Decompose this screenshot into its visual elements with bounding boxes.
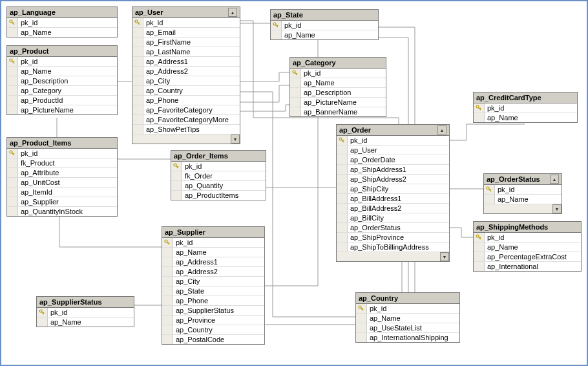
- column-row[interactable]: ap_ShowPetTips: [132, 124, 240, 134]
- scroll-down-icon[interactable]: ▼: [231, 135, 240, 144]
- column-row[interactable]: fk_Order: [171, 171, 266, 180]
- table-order[interactable]: ap_Order▲pk_idap_Userap_OrderDateap_Ship…: [336, 124, 450, 262]
- column-row[interactable]: ap_Province: [162, 315, 264, 325]
- table-state[interactable]: ap_Statepk_idap_Name: [270, 9, 379, 40]
- column-row[interactable]: pk_id: [484, 185, 562, 194]
- column-row[interactable]: ap_ShipAddress1: [337, 164, 449, 174]
- column-row[interactable]: ap_Email: [132, 27, 240, 37]
- column-row[interactable]: ap_QuantityInStock: [7, 206, 117, 216]
- column-row[interactable]: ap_PercentageExtraCost: [474, 252, 581, 261]
- column-row[interactable]: ap_Description: [7, 76, 117, 85]
- column-row[interactable]: ap_State: [162, 286, 264, 296]
- column-row[interactable]: pk_id: [474, 103, 577, 113]
- column-row[interactable]: pk_id: [7, 57, 117, 66]
- column-row[interactable]: ap_ProductItems: [171, 190, 266, 200]
- column-row[interactable]: ap_Name: [290, 78, 386, 87]
- column-row[interactable]: ap_InternationalShipping: [356, 332, 459, 342]
- table-title-bar[interactable]: ap_OrderStatus▲: [484, 174, 562, 185]
- column-row[interactable]: ap_OrderStatus: [337, 222, 449, 232]
- table-category[interactable]: ap_Categorypk_idap_Nameap_Descriptionap_…: [289, 57, 386, 117]
- column-row[interactable]: ap_Phone: [162, 296, 264, 305]
- column-row[interactable]: ap_Name: [7, 66, 117, 76]
- column-row[interactable]: ap_City: [132, 76, 240, 85]
- column-row[interactable]: ap_Quantity: [171, 180, 266, 190]
- column-row[interactable]: ap_OrderDate: [337, 155, 449, 164]
- column-row[interactable]: pk_id: [356, 304, 459, 313]
- table-shipping[interactable]: ap_ShippingMethodspk_idap_Nameap_Percent…: [473, 221, 582, 272]
- column-row[interactable]: ap_Name: [271, 30, 378, 39]
- column-row[interactable]: ap_FirstName: [132, 37, 240, 47]
- column-row[interactable]: ap_FavoriteCategory: [132, 105, 240, 114]
- column-row[interactable]: ap_Phone: [132, 95, 240, 105]
- column-row[interactable]: ap_Category: [7, 85, 117, 95]
- column-row[interactable]: ap_ShipCity: [337, 184, 449, 193]
- column-row[interactable]: ap_Name: [356, 313, 459, 323]
- table-supplierstatus[interactable]: ap_SupplierStatuspk_idap_Name: [36, 296, 134, 327]
- table-product[interactable]: ap_Productpk_idap_Nameap_Descriptionap_C…: [6, 45, 118, 115]
- table-orderstatus[interactable]: ap_OrderStatus▲pk_idap_Name▼: [483, 173, 562, 214]
- table-title-bar[interactable]: ap_Language: [7, 7, 117, 18]
- column-row[interactable]: ap_BillAddress1: [337, 193, 449, 203]
- column-row[interactable]: ap_Name: [162, 247, 264, 257]
- table-title-bar[interactable]: ap_Product_Items: [7, 138, 117, 149]
- column-row[interactable]: pk_id: [132, 18, 240, 27]
- column-row[interactable]: ap_SupplierStatus: [162, 305, 264, 315]
- column-row[interactable]: ap_Attribute: [7, 167, 117, 177]
- table-title-bar[interactable]: ap_Order▲: [337, 125, 449, 136]
- column-row[interactable]: ap_ShipProvince: [337, 232, 449, 242]
- column-row[interactable]: ap_FavoriteCategoryMore: [132, 114, 240, 124]
- column-row[interactable]: ap_PictureName: [290, 97, 386, 107]
- column-row[interactable]: ap_International: [474, 261, 581, 271]
- column-row[interactable]: ap_LastName: [132, 47, 240, 56]
- column-row[interactable]: ap_ItemId: [7, 187, 117, 197]
- table-title-bar[interactable]: ap_ShippingMethods: [474, 222, 581, 233]
- column-row[interactable]: ap_User: [337, 145, 449, 155]
- column-row[interactable]: ap_Country: [132, 85, 240, 95]
- column-row[interactable]: ap_BillCity: [337, 213, 449, 222]
- column-row[interactable]: ap_UseStateList: [356, 323, 459, 332]
- column-row[interactable]: ap_ShipToBillingAddress: [337, 242, 449, 252]
- table-title-bar[interactable]: ap_User▲: [132, 7, 240, 18]
- column-row[interactable]: ap_BannerName: [290, 107, 386, 116]
- column-row[interactable]: pk_id: [162, 238, 264, 247]
- column-row[interactable]: ap_Description: [290, 87, 386, 97]
- table-creditcard[interactable]: ap_CreditCardTypepk_idap_Name: [473, 92, 578, 123]
- table-title-bar[interactable]: ap_SupplierStatus: [37, 297, 134, 308]
- column-row[interactable]: ap_UnitCost: [7, 177, 117, 187]
- column-row[interactable]: ap_Address2: [162, 266, 264, 276]
- column-row[interactable]: ap_ShipAddress2: [337, 174, 449, 184]
- column-row[interactable]: fk_Product: [7, 158, 117, 167]
- scroll-up-icon[interactable]: ▲: [550, 175, 559, 184]
- column-row[interactable]: pk_id: [7, 149, 117, 158]
- table-title-bar[interactable]: ap_Category: [290, 58, 386, 69]
- table-order_items[interactable]: ap_Order_Itemspk_idfk_Orderap_Quantityap…: [171, 150, 266, 200]
- column-row[interactable]: pk_id: [37, 308, 134, 317]
- column-row[interactable]: ap_ProductId: [7, 95, 117, 105]
- table-language[interactable]: ap_Languagepk_idap_Name: [6, 6, 118, 38]
- scroll-down-icon[interactable]: ▼: [552, 204, 562, 213]
- column-row[interactable]: ap_Address2: [132, 66, 240, 76]
- table-title-bar[interactable]: ap_CreditCardType: [474, 92, 577, 103]
- scroll-up-icon[interactable]: ▲: [228, 8, 237, 17]
- table-title-bar[interactable]: ap_Country: [356, 293, 459, 304]
- scroll-down-icon[interactable]: ▼: [440, 252, 449, 261]
- column-row[interactable]: ap_Name: [484, 194, 562, 204]
- column-row[interactable]: ap_BillAddress2: [337, 203, 449, 213]
- column-row[interactable]: ap_Supplier: [7, 197, 117, 206]
- column-row[interactable]: ap_Country: [162, 325, 264, 334]
- scroll-up-icon[interactable]: ▲: [437, 125, 446, 135]
- column-row[interactable]: pk_id: [7, 18, 117, 27]
- table-user[interactable]: ap_User▲pk_idap_Emailap_FirstNameap_Last…: [132, 6, 240, 144]
- column-row[interactable]: ap_Name: [474, 113, 577, 122]
- table-country[interactable]: ap_Countrypk_idap_Nameap_UseStateListap_…: [355, 292, 460, 343]
- column-row[interactable]: ap_PostalCode: [162, 334, 264, 344]
- column-row[interactable]: ap_Name: [7, 27, 117, 37]
- table-title-bar[interactable]: ap_Supplier: [162, 227, 264, 238]
- column-row[interactable]: pk_id: [337, 136, 449, 145]
- table-title-bar[interactable]: ap_State: [271, 10, 378, 21]
- column-row[interactable]: ap_Address1: [132, 56, 240, 66]
- column-row[interactable]: ap_Name: [37, 317, 134, 327]
- table-product_items[interactable]: ap_Product_Itemspk_idfk_Productap_Attrib…: [6, 137, 118, 217]
- table-title-bar[interactable]: ap_Product: [7, 46, 117, 57]
- column-row[interactable]: ap_Address1: [162, 257, 264, 266]
